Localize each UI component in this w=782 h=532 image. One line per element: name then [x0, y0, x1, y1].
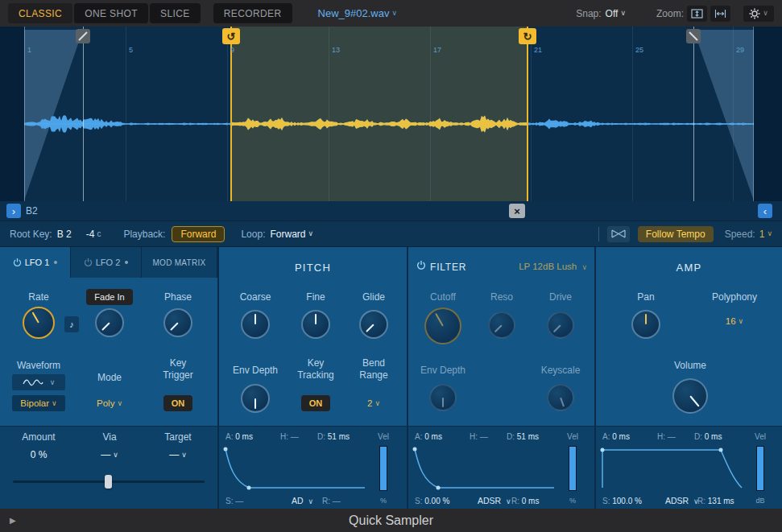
pitch-key-tracking-button[interactable]: ON: [301, 395, 330, 411]
tab-lfo2[interactable]: LFO 2: [71, 247, 142, 278]
pitch-env-sustain[interactable]: S: —: [225, 497, 243, 505]
pitch-envelope-section: A: 0 ms H: — D: 51 ms Vel S: —: [219, 426, 407, 509]
filter-vel-slider[interactable]: [569, 446, 577, 491]
waveform-display[interactable]: 1 5 9 13 17 21 25 29 ↺ ↻: [0, 27, 782, 201]
root-key-value[interactable]: B 2: [57, 229, 72, 240]
fade-in-line[interactable]: [83, 27, 84, 201]
filter-type-value: LP 12dB Lush: [519, 262, 577, 271]
amp-env-attack[interactable]: A: 0 ms: [602, 432, 630, 441]
lfo-phase-knob[interactable]: [163, 308, 192, 337]
follow-tempo-button[interactable]: Follow Tempo: [638, 226, 714, 242]
pitch-env-hold[interactable]: H: —: [280, 432, 299, 441]
amp-polyphony-select[interactable]: 16 ∨: [701, 313, 768, 329]
filter-power-button[interactable]: [416, 260, 426, 270]
amp-env-decay[interactable]: D: 0 ms: [694, 432, 722, 441]
speed-select[interactable]: 1 ∨: [759, 229, 772, 240]
sample-end-line[interactable]: [753, 27, 754, 201]
loop-end-marker[interactable]: ↻: [519, 28, 536, 44]
amp-volume-knob[interactable]: [672, 378, 708, 414]
pitch-bend-range-select[interactable]: 2 ∨: [350, 395, 398, 411]
gear-icon: [749, 8, 760, 19]
tab-one-shot[interactable]: ONE SHOT: [74, 3, 148, 23]
action-menu-button[interactable]: ∨: [743, 6, 774, 22]
amp-env-hold[interactable]: H: —: [657, 432, 676, 441]
lfo-waveform-select[interactable]: ∨: [12, 374, 65, 390]
filter-env-hold[interactable]: H: —: [470, 432, 488, 441]
chevron-left-icon: ‹: [763, 206, 767, 217]
filter-env-depth-knob[interactable]: [429, 384, 457, 411]
amp-env-release[interactable]: R: 131 ms: [697, 497, 734, 505]
lfo-panel: LFO 1 LFO 2 MOD MATRIX Rate ♪ Fade In Ph…: [0, 247, 217, 509]
fade-in-handle[interactable]: [76, 29, 90, 43]
filter-env-release[interactable]: R: 0 ms: [511, 497, 539, 505]
loop-start-marker[interactable]: ↺: [222, 28, 240, 44]
lfo-key-trigger-button[interactable]: ON: [163, 395, 192, 411]
clear-loop-button[interactable]: ×: [509, 204, 525, 218]
tab-lfo1[interactable]: LFO 1: [0, 247, 71, 278]
pitch-env-attack[interactable]: A: 0 ms: [225, 432, 253, 441]
pitch-glide-knob[interactable]: [359, 310, 388, 339]
sustain-value: —: [235, 497, 243, 505]
lfo-target-select[interactable]: — ∨: [154, 449, 202, 460]
decay-label: D:: [694, 432, 702, 441]
amp-env-sustain[interactable]: S: 100.0 %: [602, 497, 642, 505]
lfo-amount-value[interactable]: 0 %: [14, 449, 63, 460]
fade-out-line[interactable]: [693, 27, 694, 201]
filter-type-select[interactable]: LP 12dB Lush ∨: [481, 262, 587, 271]
lfo-rate-sync-button[interactable]: ♪: [64, 316, 79, 332]
lfo-amount-slider-handle[interactable]: [105, 475, 112, 489]
crossfade-button[interactable]: [607, 226, 630, 242]
pitch-vel-slider[interactable]: [379, 446, 387, 491]
lfo-fade-mode-button[interactable]: Fade In: [86, 289, 133, 305]
amp-vel-fill: [757, 447, 763, 490]
amp-vel-slider[interactable]: [756, 446, 764, 491]
loop-end-line[interactable]: [527, 27, 528, 201]
pitch-fine-knob[interactable]: [301, 310, 330, 339]
next-marker-button[interactable]: ‹: [758, 204, 772, 218]
zoom-fit-horizontal-button[interactable]: [710, 6, 730, 22]
lfo-polarity-select[interactable]: Bipolar ∨: [12, 395, 65, 411]
filter-cutoff-knob[interactable]: [424, 307, 461, 344]
pitch-env-release[interactable]: R: —: [322, 497, 341, 505]
lfo-rate-knob[interactable]: [23, 307, 55, 339]
amp-env-mode-select[interactable]: ADSR ∨: [665, 496, 699, 505]
pitch-coarse-knob[interactable]: [241, 310, 270, 339]
sample-name-menu[interactable]: New_9#02.wav ∨: [318, 7, 397, 19]
lfo-via-select[interactable]: — ∨: [85, 449, 134, 460]
tab-mod-matrix[interactable]: MOD MATRIX: [142, 247, 217, 278]
chevron-down-icon: ∨: [52, 400, 57, 407]
chevron-down-icon: ∨: [391, 10, 397, 17]
tab-classic[interactable]: CLASSIC: [8, 3, 72, 23]
zoom-fit-vertical-button[interactable]: [687, 6, 707, 22]
amp-pan-knob[interactable]: [631, 310, 660, 339]
disclosure-triangle-icon[interactable]: ▶: [10, 516, 16, 525]
pitch-env-depth-knob[interactable]: [241, 384, 270, 413]
lfo-fade-knob[interactable]: [95, 308, 124, 337]
snap-select[interactable]: Off ∨: [606, 8, 626, 19]
ruler-mark: 5: [129, 46, 133, 54]
filter-keyscale-knob[interactable]: [547, 384, 574, 411]
filter-env-mode-select[interactable]: ADSR ∨: [478, 496, 511, 505]
prev-marker-button[interactable]: ›: [6, 204, 21, 218]
pitch-env-mode-select[interactable]: AD ∨: [292, 496, 313, 505]
filter-envelope-graph[interactable]: [412, 446, 557, 493]
pitch-envelope-graph[interactable]: [223, 446, 368, 493]
filter-reso-knob[interactable]: [488, 311, 515, 339]
filter-drive-knob[interactable]: [547, 311, 574, 339]
chevron-down-icon: ∨: [113, 452, 118, 459]
filter-env-sustain[interactable]: S: 0.00 %: [415, 497, 449, 505]
pitch-env-decay[interactable]: D: 51 ms: [317, 432, 350, 441]
snap-value: Off: [606, 8, 619, 19]
tab-recorder[interactable]: RECORDER: [213, 3, 292, 23]
fade-out-handle[interactable]: [686, 29, 701, 43]
amp-vel-label: Vel: [748, 432, 772, 441]
tab-slice[interactable]: SLICE: [150, 3, 201, 23]
playback-direction-button[interactable]: Forward: [172, 226, 225, 242]
lfo-mode-select[interactable]: Poly ∨: [85, 395, 134, 411]
filter-env-attack[interactable]: A: 0 ms: [415, 432, 442, 441]
sample-start-line[interactable]: [24, 27, 25, 201]
loop-mode-select[interactable]: Forward ∨: [270, 229, 313, 240]
filter-env-decay[interactable]: D: 51 ms: [507, 432, 539, 441]
amp-envelope-graph[interactable]: [600, 446, 745, 493]
tune-value[interactable]: -4: [86, 229, 95, 240]
